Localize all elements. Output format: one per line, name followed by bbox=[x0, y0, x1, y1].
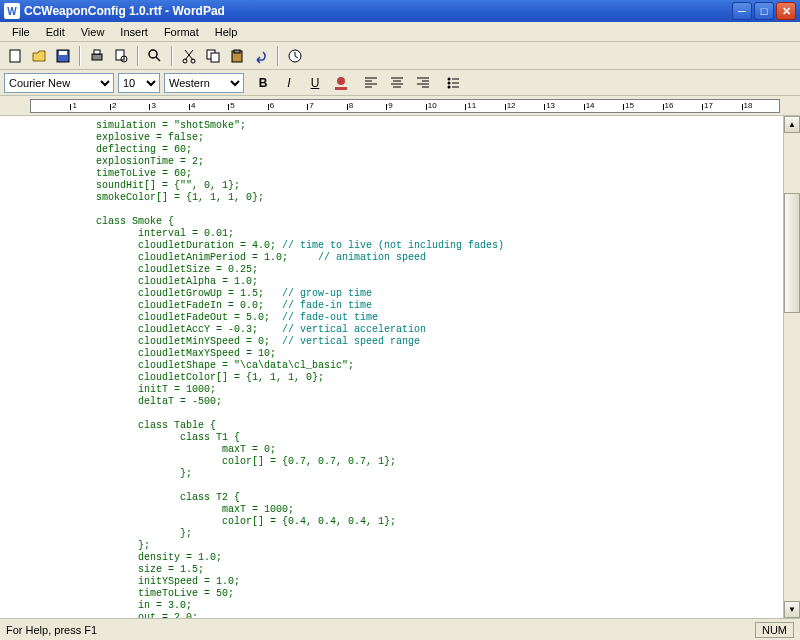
scroll-thumb[interactable] bbox=[784, 193, 800, 313]
datetime-button[interactable] bbox=[284, 45, 306, 67]
minimize-button[interactable]: ─ bbox=[732, 2, 752, 20]
standard-toolbar bbox=[0, 42, 800, 70]
ruler[interactable]: 123456789101112131415161718 bbox=[0, 96, 800, 116]
maximize-button[interactable]: □ bbox=[754, 2, 774, 20]
vertical-scrollbar[interactable]: ▲ ▼ bbox=[783, 116, 800, 618]
find-button[interactable] bbox=[144, 45, 166, 67]
open-button[interactable] bbox=[28, 45, 50, 67]
svg-point-10 bbox=[191, 59, 195, 63]
svg-rect-12 bbox=[211, 53, 219, 62]
svg-rect-0 bbox=[10, 50, 20, 62]
svg-point-7 bbox=[149, 50, 157, 58]
svg-rect-5 bbox=[116, 50, 124, 60]
svg-point-32 bbox=[448, 77, 451, 80]
italic-button[interactable]: I bbox=[278, 72, 300, 94]
align-center-button[interactable] bbox=[386, 72, 408, 94]
save-button[interactable] bbox=[52, 45, 74, 67]
menu-file[interactable]: File bbox=[4, 24, 38, 40]
bullets-button[interactable] bbox=[442, 72, 464, 94]
svg-point-18 bbox=[337, 77, 345, 85]
svg-rect-14 bbox=[234, 50, 240, 53]
svg-point-9 bbox=[183, 59, 187, 63]
svg-rect-1 bbox=[57, 50, 69, 62]
toolbar-separator bbox=[137, 46, 139, 66]
toolbar-separator bbox=[171, 46, 173, 66]
svg-rect-13 bbox=[232, 51, 242, 62]
toolbar-separator bbox=[277, 46, 279, 66]
status-help-text: For Help, press F1 bbox=[6, 624, 97, 636]
svg-line-17 bbox=[295, 56, 298, 58]
menu-format[interactable]: Format bbox=[156, 24, 207, 40]
font-size-select[interactable]: 10 bbox=[118, 73, 160, 93]
scroll-down-button[interactable]: ▼ bbox=[784, 601, 800, 618]
svg-rect-19 bbox=[335, 87, 347, 90]
scroll-track[interactable] bbox=[784, 133, 800, 601]
title-bar: W CCWeaponConfig 1.0.rtf - WordPad ─ □ ✕ bbox=[0, 0, 800, 22]
cut-button[interactable] bbox=[178, 45, 200, 67]
svg-rect-3 bbox=[92, 54, 102, 60]
close-button[interactable]: ✕ bbox=[776, 2, 796, 20]
svg-rect-2 bbox=[59, 51, 67, 55]
editor-area: simulation = "shotSmoke"; explosive = fa… bbox=[0, 116, 800, 618]
new-button[interactable] bbox=[4, 45, 26, 67]
underline-button[interactable]: U bbox=[304, 72, 326, 94]
undo-button[interactable] bbox=[250, 45, 272, 67]
svg-point-34 bbox=[448, 81, 451, 84]
align-right-button[interactable] bbox=[412, 72, 434, 94]
align-left-button[interactable] bbox=[360, 72, 382, 94]
svg-line-8 bbox=[156, 57, 160, 61]
color-button[interactable] bbox=[330, 72, 352, 94]
print-preview-button[interactable] bbox=[110, 45, 132, 67]
document-text[interactable]: simulation = "shotSmoke"; explosive = fa… bbox=[0, 116, 783, 618]
svg-point-36 bbox=[448, 85, 451, 88]
menu-insert[interactable]: Insert bbox=[112, 24, 156, 40]
toolbar-separator bbox=[79, 46, 81, 66]
format-toolbar: Courier New 10 Western B I U bbox=[0, 70, 800, 96]
menu-help[interactable]: Help bbox=[207, 24, 246, 40]
font-family-select[interactable]: Courier New bbox=[4, 73, 114, 93]
window-title: CCWeaponConfig 1.0.rtf - WordPad bbox=[24, 4, 730, 18]
svg-rect-11 bbox=[207, 50, 215, 59]
copy-button[interactable] bbox=[202, 45, 224, 67]
print-button[interactable] bbox=[86, 45, 108, 67]
scroll-up-button[interactable]: ▲ bbox=[784, 116, 800, 133]
app-icon: W bbox=[4, 3, 20, 19]
menu-view[interactable]: View bbox=[73, 24, 113, 40]
svg-point-6 bbox=[121, 56, 127, 62]
font-script-select[interactable]: Western bbox=[164, 73, 244, 93]
paste-button[interactable] bbox=[226, 45, 248, 67]
svg-rect-4 bbox=[94, 50, 100, 54]
status-bar: For Help, press F1 NUM bbox=[0, 618, 800, 640]
svg-point-15 bbox=[289, 50, 301, 62]
bold-button[interactable]: B bbox=[252, 72, 274, 94]
menu-bar: File Edit View Insert Format Help bbox=[0, 22, 800, 42]
status-num-panel: NUM bbox=[755, 622, 794, 638]
menu-edit[interactable]: Edit bbox=[38, 24, 73, 40]
